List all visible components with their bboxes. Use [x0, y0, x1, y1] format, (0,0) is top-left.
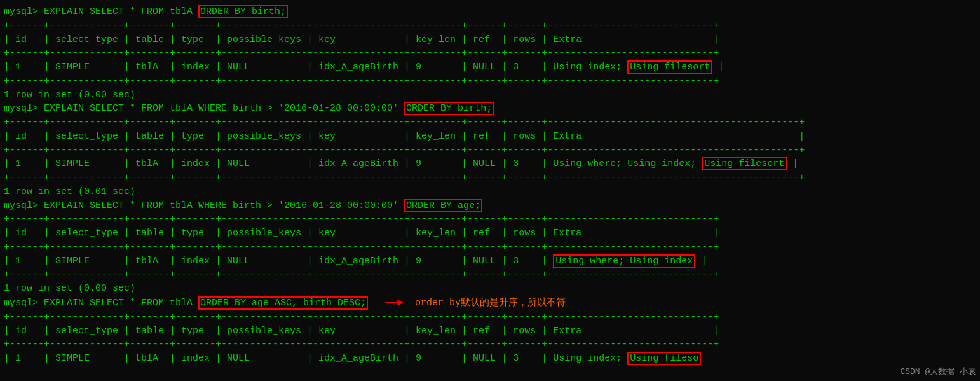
block3-sep3: +------+-------------+-------+-------+--…	[4, 268, 976, 282]
block1-prompt-text: mysql> EXPLAIN SELECT * FROM tblA	[4, 6, 198, 17]
block4-prompt: mysql> EXPLAIN SELECT * FROM tblA ORDER …	[4, 296, 976, 310]
block4-prompt-text: mysql> EXPLAIN SELECT * FROM tblA	[4, 298, 198, 308]
block1-prompt: mysql> EXPLAIN SELECT * FROM tblA ORDER …	[4, 5, 976, 19]
block4-extra-highlight: Using fileso	[627, 352, 701, 365]
block4-spacer2	[404, 298, 415, 308]
block1-highlight: ORDER BY birth;	[198, 5, 288, 18]
block4-header: | id | select_type | table | type | poss…	[4, 324, 976, 338]
block2-sep2: +------+-------------+-------+-------+--…	[4, 144, 976, 158]
block4-row: | 1 | SIMPLE | tblA | index | NULL | idx…	[4, 352, 976, 366]
block2-row: | 1 | SIMPLE | tblA | index | NULL | idx…	[4, 157, 976, 171]
block2-rowcount: 1 row in set (0.01 sec)	[4, 185, 976, 199]
block4-arrow: ——▶	[385, 297, 404, 308]
block2-sep1: +------+-------------+-------+-------+--…	[4, 116, 976, 130]
block1-header: | id | select_type | table | type | poss…	[4, 33, 976, 47]
block3-prompt-text: mysql> EXPLAIN SELECT * FROM tblA WHERE …	[4, 200, 404, 211]
block3-sep1: +------+-------------+-------+-------+--…	[4, 212, 976, 226]
block1-sep3: +------+-------------+-------+-------+--…	[4, 74, 976, 88]
block3-header: | id | select_type | table | type | poss…	[4, 226, 976, 240]
block4-comment: order by默认的是升序，所以不符	[415, 298, 566, 308]
block3-highlight: ORDER BY age;	[404, 199, 482, 212]
block2-highlight: ORDER BY birth;	[404, 102, 494, 115]
block4-spacer	[368, 298, 385, 308]
block4-sep1: +------+-------------+-------+-------+--…	[4, 310, 976, 324]
terminal: mysql> EXPLAIN SELECT * FROM tblA ORDER …	[4, 5, 976, 366]
block2-extra-highlight: Using filesort	[702, 157, 787, 170]
block3-row: | 1 | SIMPLE | tblA | index | NULL | idx…	[4, 254, 976, 268]
block3-extra-highlight: Using where; Using index	[553, 254, 695, 268]
block3-rowcount: 1 row in set (0.00 sec)	[4, 282, 976, 296]
block3-prompt: mysql> EXPLAIN SELECT * FROM tblA WHERE …	[4, 199, 976, 213]
block2-sep3: +------+-------------+-------+-------+--…	[4, 171, 976, 185]
block1-sep2: +------+-------------+-------+-------+--…	[4, 46, 976, 60]
watermark: CSDN @大数据_小袁	[900, 366, 976, 377]
block4-sep2: +------+-------------+-------+-------+--…	[4, 338, 976, 352]
block2-prompt: mysql> EXPLAIN SELECT * FROM tblA WHERE …	[4, 102, 976, 116]
block2-header: | id | select_type | table | type | poss…	[4, 130, 976, 144]
block1-rowcount: 1 row in set (0.00 sec)	[4, 88, 976, 102]
block4-highlight: ORDER BY age ASC, birth DESC;	[198, 296, 368, 310]
block1-extra-highlight: Using filesort	[627, 60, 712, 74]
block1-sep1: +------+-------------+-------+-------+--…	[4, 19, 976, 33]
block1-row: | 1 | SIMPLE | tblA | index | NULL | idx…	[4, 60, 976, 74]
block2-prompt-text: mysql> EXPLAIN SELECT * FROM tblA WHERE …	[4, 103, 404, 114]
block3-sep2: +------+-------------+-------+-------+--…	[4, 240, 976, 254]
